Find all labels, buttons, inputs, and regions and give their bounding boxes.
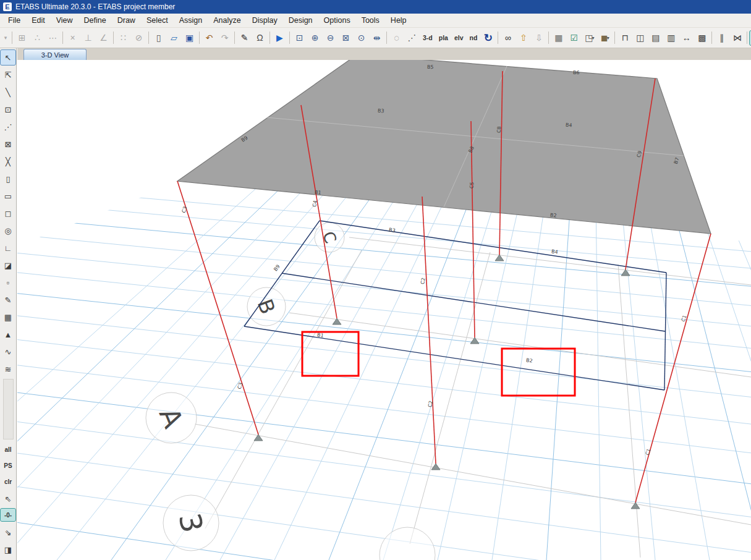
menu-display[interactable]: Display (247, 14, 283, 27)
snap-to-intersection-button[interactable]: × (66, 31, 80, 45)
draw-deck-props-icon: ▥ (667, 33, 675, 43)
rotate-3d-view-button[interactable]: ↻ (481, 31, 495, 45)
menu-select[interactable]: Select (141, 14, 174, 27)
merge-joints-button[interactable]: ⋈ (730, 31, 744, 45)
menu-help[interactable]: Help (385, 14, 412, 27)
draw-braces-button[interactable]: ⊠ (1, 137, 15, 151)
menu-tools[interactable]: Tools (356, 14, 385, 27)
snap-to-midpoint-button[interactable]: ⋯ (46, 31, 60, 45)
toolbar-overflow-button[interactable]: ▾ (2, 31, 9, 45)
menu-analyze[interactable]: Analyze (208, 14, 246, 27)
snap-to-perpendicular-button[interactable]: ⊥ (81, 31, 95, 45)
draw-special-joint-button[interactable]: ⊡ (1, 102, 15, 117)
select-arrow-button[interactable]: ↖ (1, 50, 15, 65)
draw-frame-button[interactable]: ⋰ (1, 119, 15, 134)
canvas-3d-view[interactable]: CBA3B1B2B3B4B5B6B9B8B7B1B2B3B4B9C3C3C4C2… (17, 60, 751, 560)
menu-assign[interactable]: Assign (174, 14, 208, 27)
beam-line[interactable] (320, 221, 666, 273)
show-selection-only-button[interactable]: ◨ (1, 542, 15, 557)
menu-view[interactable]: View (51, 14, 78, 27)
draw-slab-props-button[interactable]: ▤ (648, 31, 663, 45)
edit-pen-button[interactable]: ✎ (237, 31, 252, 45)
draw-spline-button[interactable]: ∿ (1, 344, 15, 359)
move-down-story-button[interactable]: ⇩ (532, 31, 546, 45)
draw-opening-button[interactable]: ▫ (1, 275, 15, 290)
column-line[interactable] (635, 234, 711, 503)
align-objects-button[interactable]: ∥ (715, 31, 729, 45)
redo-button[interactable]: ↷ (218, 31, 232, 45)
snap-to-fine-grid-button[interactable]: ∷ (116, 31, 130, 45)
draw-frame-props-button[interactable]: ⊓ (617, 31, 632, 45)
draw-circle-area-button[interactable]: ◎ (1, 223, 15, 238)
extruded-view-button[interactable]: ◼▾ (598, 31, 612, 45)
view-elevation-button[interactable]: elv (452, 31, 466, 45)
draw-links-button[interactable]: ╳ (1, 154, 15, 169)
story-lock-label: -0- (4, 512, 12, 519)
roof-slab[interactable] (177, 60, 711, 234)
snap-to-joint-button[interactable]: ∴ (30, 31, 45, 45)
draw-wall-button[interactable]: ∟ (1, 240, 15, 255)
zoom-fit-button[interactable]: ⊠ (339, 31, 353, 45)
zoom-in-button[interactable]: ⊕ (308, 31, 322, 45)
draw-wall-props-button[interactable]: ◫ (633, 31, 647, 45)
menu-draw[interactable]: Draw (112, 14, 141, 27)
lock-model-button[interactable]: Ω (253, 31, 267, 45)
object-view-options-button[interactable]: ◳▾ (582, 31, 596, 45)
snap-off-button[interactable]: ⊘ (132, 31, 146, 45)
snap-to-intersection-icon: × (70, 33, 75, 43)
section-cut-button[interactable]: ▩ (695, 31, 709, 45)
beam-label: B2 (550, 212, 557, 218)
draw-tower-button[interactable]: ▲ (1, 327, 15, 342)
zoom-previous-button[interactable]: ⊙ (354, 31, 368, 45)
new-model-button[interactable]: ▯ (151, 31, 166, 45)
dimension-line-button[interactable]: ↔ (679, 31, 694, 45)
draw-area-button[interactable]: ▯ (1, 171, 15, 186)
draw-poly-area-button[interactable]: ◻ (1, 206, 15, 221)
check-model-button[interactable]: ☑ (567, 31, 581, 45)
edit-pen-icon: ✎ (241, 33, 248, 43)
view-named-display-button[interactable]: nd (467, 31, 480, 45)
tab-3d-view[interactable]: 3-D View (23, 49, 87, 60)
move-up-story-button[interactable]: ⇧ (516, 31, 530, 45)
draw-dimension-button[interactable]: ✎ (1, 292, 15, 307)
menu-file[interactable]: File (2, 14, 26, 27)
menu-design[interactable]: Design (283, 14, 318, 27)
open-file-button[interactable]: ▱ (167, 31, 181, 45)
invert-selection-button[interactable]: ⇖ (1, 491, 15, 506)
menu-options[interactable]: Options (318, 14, 356, 27)
select-previous-button[interactable]: PS (1, 459, 15, 472)
edit-stories-grid-button[interactable]: ▦ (551, 31, 566, 45)
reselect-button[interactable]: ⇘ (1, 525, 15, 540)
save-button[interactable]: ▣ (182, 31, 197, 45)
draw-wall-stack-button[interactable]: ◪ (1, 258, 15, 273)
support-triangle[interactable] (431, 464, 440, 470)
clear-selection-button[interactable]: clr (1, 475, 15, 488)
run-analysis-button[interactable]: ▶ (273, 31, 287, 45)
rubber-band-select-button[interactable]: ◌ (389, 31, 404, 45)
draw-area-icon: ▯ (6, 174, 10, 184)
view-plan-button[interactable]: pla (436, 31, 451, 45)
story-lock-button[interactable]: -0- (1, 509, 15, 521)
display-options-button[interactable]: ∞ (501, 31, 515, 45)
zoom-window-button[interactable]: ⊡ (292, 31, 307, 45)
toolbar-separator (148, 32, 149, 44)
snap-to-grid-button[interactable]: ⊞ (15, 31, 29, 45)
menu-define[interactable]: Define (78, 14, 112, 27)
undo-button[interactable]: ↶ (202, 31, 216, 45)
draw-slab-button[interactable]: ▦ (1, 310, 15, 325)
zoom-out-button[interactable]: ⊖ (323, 31, 337, 45)
support-triangle[interactable] (254, 435, 263, 441)
draw-line-button[interactable]: ╲ (1, 85, 15, 100)
reshape-object-button[interactable]: ⇱ (1, 67, 15, 82)
draw-deck-props-button[interactable]: ▥ (664, 31, 678, 45)
draw-ramp-button[interactable]: ≋ (1, 362, 15, 376)
snap-settings-button[interactable]: ⋰ (405, 31, 419, 45)
view-3d-button[interactable]: 3-d (420, 31, 435, 45)
snap-to-line-button[interactable]: ∠ (96, 31, 111, 45)
select-all-button[interactable]: all (1, 443, 15, 456)
pan-button[interactable]: ⇹ (370, 31, 384, 45)
snap-to-grid-icon: ⊞ (19, 33, 26, 43)
column-line[interactable] (177, 181, 258, 435)
draw-rect-area-button[interactable]: ▭ (1, 189, 15, 203)
menu-edit[interactable]: Edit (26, 14, 51, 27)
